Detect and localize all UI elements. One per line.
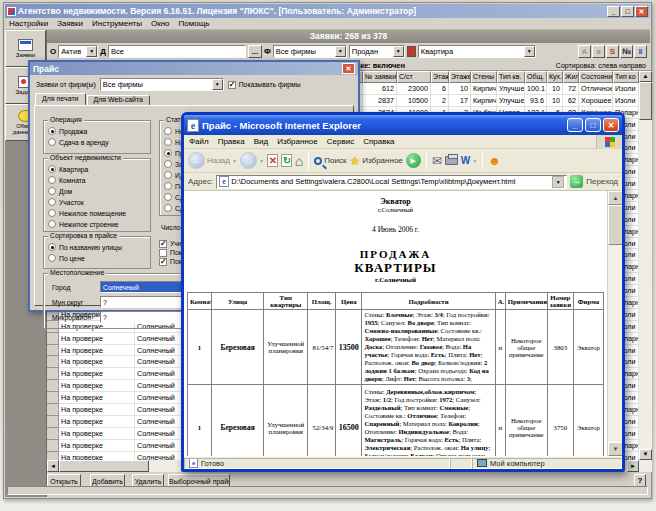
active-filter-combo[interactable]: Актив▼ [58, 45, 98, 58]
toolbar-mini-button[interactable]: № [620, 45, 633, 58]
chevron-down-icon[interactable]: ▼ [552, 176, 564, 188]
ie-menu-item[interactable]: Справка [363, 137, 394, 146]
checkbox-icon[interactable] [228, 81, 236, 89]
object-filter-combo[interactable]: Квартира▼ [418, 45, 536, 58]
checkbox-icon[interactable] [159, 240, 167, 248]
checkbox-icon[interactable] [159, 258, 167, 266]
radio-icon[interactable] [48, 138, 56, 146]
radio-icon[interactable] [48, 243, 56, 251]
row-selector[interactable] [47, 392, 59, 404]
column-header[interactable]: Стены [471, 71, 497, 83]
maximize-button[interactable]: □ [621, 6, 634, 17]
column-header[interactable]: С/ст [397, 71, 431, 83]
row-selector[interactable] [47, 345, 59, 357]
column-header[interactable]: Тип кв. [497, 71, 525, 83]
scroll-down-icon[interactable]: ▼ [608, 442, 622, 456]
column-header[interactable]: Этаж [431, 71, 449, 83]
chevron-down-icon[interactable]: ▼ [232, 158, 237, 164]
radio-icon[interactable] [48, 220, 56, 228]
column-header[interactable]: Жил. [563, 71, 579, 83]
mail-icon[interactable]: ✉ [432, 154, 442, 168]
favorites-icon[interactable]: ★Избранное [349, 154, 402, 168]
dialog-titlebar[interactable]: Прайс ✕ [30, 62, 358, 75]
ie-menu-item[interactable]: Файл [189, 137, 209, 146]
column-header[interactable]: Этажей [449, 71, 471, 83]
chevron-down-icon[interactable]: ▼ [472, 158, 477, 164]
radio-icon[interactable] [164, 127, 172, 135]
app-titlebar[interactable]: Агентство недвижимости. Версия 6.16.51. … [5, 4, 650, 18]
radio-option[interactable]: По цене [48, 253, 150, 263]
chevron-down-icon[interactable]: ▼ [524, 46, 535, 57]
radio-option[interactable]: Квартира [48, 164, 150, 174]
media-icon[interactable]: ▶ [406, 153, 421, 168]
radio-icon[interactable] [48, 187, 56, 195]
ie-vertical-scrollbar[interactable]: ▲ ▼ [607, 191, 622, 456]
close-button[interactable]: ✕ [635, 6, 648, 17]
status-filter-combo[interactable]: Продан▼ [349, 45, 405, 58]
print-icon[interactable] [445, 156, 458, 165]
radio-icon[interactable] [164, 149, 172, 157]
ie-menu-item[interactable]: Вид [254, 137, 268, 146]
radio-icon[interactable] [164, 160, 172, 168]
chevron-down-icon[interactable]: ▼ [335, 46, 346, 57]
show-firms-checkbox[interactable]: Показывать фирмы [228, 81, 301, 89]
row-selector[interactable] [47, 440, 59, 452]
close-icon[interactable]: ✕ [342, 63, 355, 74]
radio-option[interactable]: Нежилое помещение [48, 208, 150, 218]
menu-item[interactable]: Настройки [9, 19, 48, 28]
radio-option[interactable]: Участок [48, 197, 150, 207]
row-selector[interactable] [47, 428, 59, 440]
radio-icon[interactable] [48, 198, 56, 206]
scrollbar-thumb[interactable] [639, 82, 652, 120]
chevron-down-icon[interactable]: ▼ [259, 158, 264, 164]
minimize-button[interactable]: _ [567, 118, 583, 132]
radio-icon[interactable] [164, 182, 172, 190]
firms-filter-combo[interactable]: Все фирмы▼ [273, 45, 347, 58]
menu-item[interactable]: Инструменты [92, 19, 142, 28]
menu-item[interactable]: Помощь [179, 19, 210, 28]
row-selector[interactable] [47, 333, 59, 345]
scroll-down-icon[interactable]: ▼ [639, 449, 652, 460]
row-selector[interactable] [47, 356, 59, 368]
radio-icon[interactable] [48, 165, 56, 173]
scroll-up-icon[interactable]: ▲ [639, 71, 652, 82]
row-selector[interactable] [47, 452, 59, 460]
firms-combo[interactable]: Все фирмы▼ [100, 78, 224, 91]
row-selector[interactable] [47, 416, 59, 428]
checkbox-icon[interactable] [159, 249, 167, 257]
scroll-up-icon[interactable]: ▲ [608, 191, 622, 205]
scrollbar-thumb[interactable] [608, 205, 622, 245]
toolbar-mini-button[interactable]: S [606, 45, 619, 58]
back-icon[interactable]: ←Назад▼ [188, 152, 237, 169]
stop-icon[interactable]: ✕ [267, 154, 278, 167]
radio-icon[interactable] [48, 209, 56, 217]
scrollbar-thumb[interactable] [59, 460, 149, 472]
messenger-icon[interactable]: ☻ [488, 154, 501, 168]
edit-icon[interactable]: W▼ [461, 155, 477, 166]
ie-menu-item[interactable]: Избранное [277, 137, 318, 146]
row-selector[interactable] [47, 368, 59, 380]
radio-option[interactable]: Нежилое строение [48, 219, 150, 229]
menu-item[interactable]: Окно [151, 19, 170, 28]
radio-option[interactable]: По названию улицы [48, 242, 150, 252]
radio-icon[interactable] [48, 127, 56, 135]
radio-icon[interactable] [164, 171, 172, 179]
minimize-button[interactable]: _ [607, 6, 620, 17]
chevron-down-icon[interactable]: ▼ [393, 46, 404, 57]
radio-icon[interactable] [164, 204, 172, 212]
close-button[interactable]: ✕ [603, 118, 619, 132]
row-selector[interactable] [47, 380, 59, 392]
radio-icon[interactable] [164, 138, 172, 146]
date-filter-input[interactable]: Все [108, 45, 246, 58]
toolbar-mini-button[interactable]: А [578, 45, 591, 58]
refresh-icon[interactable]: ↻ [281, 154, 292, 167]
forward-icon[interactable]: →▼ [240, 152, 264, 169]
column-header[interactable]: Общ. [525, 71, 547, 83]
chevron-down-icon[interactable]: ▼ [212, 79, 223, 90]
radio-option[interactable]: Сдача в аренду [48, 137, 150, 147]
search-icon[interactable]: Поиск [314, 156, 346, 165]
address-input[interactable]: e D:\Documents and Settings\valera.C2800… [216, 175, 567, 189]
ie-menu-item[interactable]: Сервис [327, 137, 354, 146]
scroll-left-icon[interactable]: ◄ [47, 460, 59, 472]
column-header[interactable]: Тип ко [613, 71, 639, 83]
